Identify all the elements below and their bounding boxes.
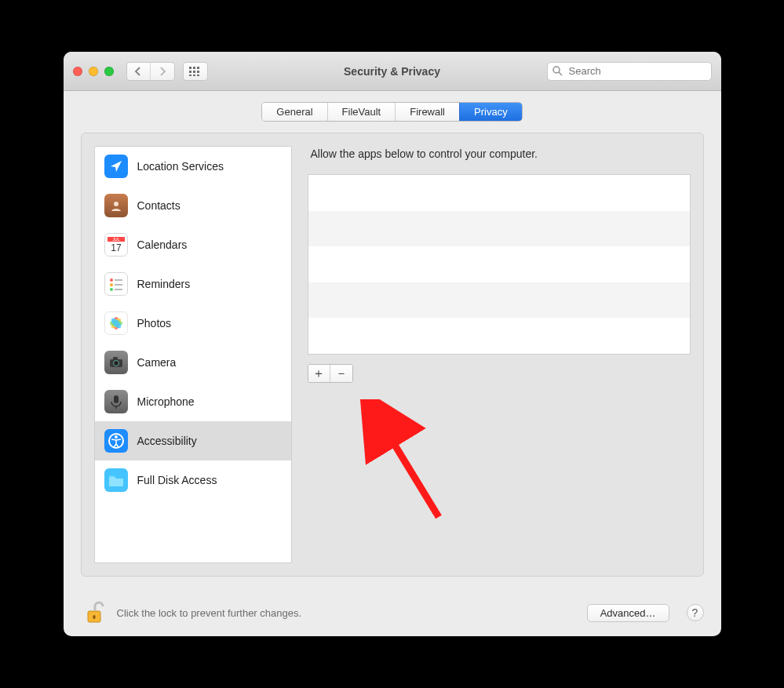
sidebar-item-accessibility[interactable]: Accessibility (95, 421, 291, 460)
content-area: General FileVault Firewall Privacy Locat… (64, 91, 721, 589)
window-controls (73, 67, 114, 76)
grid-icon (189, 67, 202, 76)
category-list[interactable]: Location Services Contacts JUL17 Calenda… (94, 146, 292, 563)
sidebar-item-microphone[interactable]: Microphone (95, 382, 291, 421)
microphone-icon (104, 390, 128, 413)
lock-button[interactable] (81, 599, 108, 626)
tab-firewall[interactable]: Firewall (395, 103, 459, 121)
contacts-icon (104, 194, 128, 217)
privacy-panel: Location Services Contacts JUL17 Calenda… (81, 133, 704, 577)
svg-rect-4 (193, 71, 195, 73)
preferences-window: Security & Privacy General FileVault Fir… (64, 52, 721, 636)
svg-rect-0 (189, 67, 191, 69)
lock-hint: Click the lock to prevent further change… (117, 607, 578, 619)
sidebar-item-reminders[interactable]: Reminders (95, 264, 291, 304)
app-list-row (308, 246, 690, 282)
close-button[interactable] (73, 67, 82, 76)
sidebar-item-label: Calendars (137, 238, 188, 251)
svg-point-26 (113, 361, 119, 366)
sidebar-item-label: Photos (137, 317, 172, 329)
show-all-button[interactable] (183, 62, 208, 81)
sidebar-item-label: Reminders (137, 278, 191, 290)
svg-point-9 (553, 67, 560, 73)
svg-point-31 (115, 435, 118, 439)
unlocked-lock-icon (83, 601, 105, 624)
minimize-button[interactable] (89, 67, 98, 76)
chevron-right-icon (159, 67, 166, 76)
detail-pane: Allow the apps below to control your com… (308, 146, 691, 563)
sidebar-item-label: Accessibility (137, 435, 197, 447)
photos-icon (104, 311, 128, 335)
svg-rect-33 (93, 615, 95, 619)
accessibility-icon (104, 429, 128, 453)
svg-text:17: 17 (111, 242, 122, 253)
svg-rect-8 (197, 75, 199, 76)
app-list-row (308, 211, 690, 247)
svg-rect-7 (193, 75, 195, 76)
tab-privacy[interactable]: Privacy (459, 103, 522, 121)
sidebar-item-label: Microphone (137, 395, 195, 408)
add-app-button[interactable]: ＋ (308, 365, 330, 382)
sidebar-item-camera[interactable]: Camera (95, 343, 291, 382)
svg-rect-27 (113, 357, 118, 359)
search-input[interactable] (567, 64, 706, 78)
minus-icon: － (335, 366, 348, 382)
maximize-button[interactable] (104, 67, 114, 76)
chevron-left-icon (134, 67, 142, 76)
svg-text:JUL: JUL (112, 237, 119, 242)
svg-rect-3 (189, 71, 191, 73)
sidebar-item-contacts[interactable]: Contacts (95, 186, 291, 225)
folder-icon (104, 468, 128, 492)
svg-point-11 (114, 202, 119, 206)
svg-point-19 (110, 288, 113, 291)
svg-point-15 (110, 278, 113, 282)
advanced-button[interactable]: Advanced… (587, 604, 669, 622)
svg-line-10 (559, 72, 562, 75)
sidebar-item-location-services[interactable]: Location Services (95, 147, 291, 186)
svg-rect-18 (115, 284, 122, 286)
titlebar: Security & Privacy (64, 52, 721, 91)
svg-rect-1 (193, 67, 195, 69)
svg-rect-6 (189, 75, 191, 76)
search-field[interactable] (547, 62, 712, 81)
sidebar-item-photos[interactable]: Photos (95, 304, 291, 343)
app-list-row (308, 282, 690, 319)
svg-point-17 (110, 283, 113, 286)
calendar-icon: JUL17 (104, 233, 128, 257)
sidebar-item-label: Camera (137, 356, 177, 369)
plus-icon: ＋ (312, 366, 325, 382)
sidebar-item-calendars[interactable]: JUL17 Calendars (95, 225, 291, 264)
tab-general[interactable]: General (262, 103, 326, 121)
app-list-row (308, 318, 690, 354)
reminders-icon (104, 272, 128, 296)
sidebar-item-full-disk-access[interactable]: Full Disk Access (95, 460, 291, 500)
tab-filevault[interactable]: FileVault (327, 103, 396, 121)
svg-rect-5 (197, 71, 199, 73)
app-list[interactable] (308, 174, 691, 355)
svg-rect-20 (115, 289, 122, 290)
app-list-row (308, 175, 690, 211)
camera-icon (104, 351, 128, 374)
svg-rect-16 (115, 279, 122, 281)
add-remove-control: ＋ － (308, 364, 353, 383)
detail-description: Allow the apps below to control your com… (311, 147, 687, 160)
location-icon (104, 155, 128, 178)
forward-button[interactable] (151, 63, 174, 80)
tab-bar: General FileVault Firewall Privacy (81, 102, 704, 122)
remove-app-button[interactable]: － (330, 365, 352, 382)
footer: Click the lock to prevent further change… (64, 589, 721, 636)
sidebar-item-label: Full Disk Access (137, 474, 217, 486)
back-button[interactable] (127, 63, 151, 80)
search-icon (552, 66, 563, 76)
sidebar-item-label: Location Services (137, 160, 224, 173)
svg-rect-28 (114, 395, 119, 403)
svg-rect-2 (197, 67, 199, 69)
sidebar-item-label: Contacts (137, 199, 181, 212)
help-button[interactable]: ? (687, 604, 704, 621)
nav-buttons (126, 62, 175, 81)
